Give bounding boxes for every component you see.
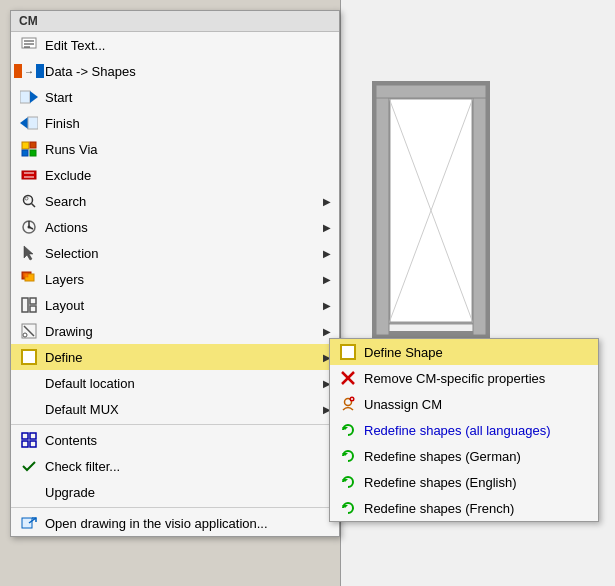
defmux-icon — [19, 399, 39, 419]
svg-marker-29 — [24, 246, 33, 260]
svg-line-23 — [32, 204, 36, 208]
svg-rect-14 — [28, 117, 38, 129]
finish-label: Finish — [45, 116, 331, 131]
svg-rect-32 — [23, 273, 28, 277]
svg-rect-17 — [22, 150, 28, 156]
svg-rect-4 — [376, 85, 389, 335]
remove-props-label: Remove CM-specific properties — [364, 371, 590, 386]
menu-item-start[interactable]: Start — [11, 84, 339, 110]
submenu-item-define-shape[interactable]: Define Shape — [330, 339, 598, 365]
menu-item-finish[interactable]: Finish — [11, 110, 339, 136]
actions-icon — [19, 217, 39, 237]
menu-item-drawing[interactable]: Drawing ▶ — [11, 318, 339, 344]
menu-item-default-mux[interactable]: Default MUX ▶ — [11, 396, 339, 422]
drawing-arrow: ▶ — [323, 326, 331, 337]
svg-point-24 — [25, 197, 28, 200]
svg-rect-6 — [376, 85, 486, 98]
contents-label: Contents — [45, 433, 331, 448]
separator-1 — [11, 424, 339, 425]
data-shapes-icon: → — [19, 61, 39, 81]
menu-item-data-shapes[interactable]: → Data -> Shapes — [11, 58, 339, 84]
define-submenu: Define Shape Remove CM-specific properti… — [329, 338, 599, 522]
exclude-icon — [19, 165, 39, 185]
finish-icon — [19, 113, 39, 133]
opendrawing-icon — [19, 513, 39, 533]
menu-item-search[interactable]: Search ▶ — [11, 188, 339, 214]
menu-item-default-location[interactable]: Default location ▶ — [11, 370, 339, 396]
menu-item-check-filter[interactable]: Check filter... — [11, 453, 339, 479]
menu-item-actions[interactable]: Actions ▶ — [11, 214, 339, 240]
svg-rect-18 — [30, 150, 36, 156]
submenu-item-redefine-german[interactable]: Redefine shapes (German) — [330, 443, 598, 469]
default-mux-label: Default MUX — [45, 402, 323, 417]
redefine-english-label: Redefine shapes (English) — [364, 475, 590, 490]
runs-via-icon — [19, 139, 39, 159]
svg-point-28 — [28, 226, 31, 229]
menu-item-contents[interactable]: Contents — [11, 427, 339, 453]
menu-item-define[interactable]: Define ▶ — [11, 344, 339, 370]
check-filter-label: Check filter... — [45, 459, 331, 474]
svg-rect-15 — [22, 142, 29, 149]
start-icon — [19, 87, 39, 107]
separator-2 — [11, 507, 339, 508]
redefine-german-icon — [338, 446, 358, 466]
svg-rect-39 — [22, 350, 36, 364]
actions-label: Actions — [45, 220, 323, 235]
exclude-label: Exclude — [45, 168, 331, 183]
svg-rect-11 — [20, 91, 30, 103]
actions-arrow: ▶ — [323, 222, 331, 233]
redefine-german-label: Redefine shapes (German) — [364, 449, 590, 464]
svg-rect-42 — [22, 441, 28, 447]
layers-label: Layers — [45, 272, 323, 287]
menu-header: CM — [11, 11, 339, 32]
submenu-item-redefine-french[interactable]: Redefine shapes (French) — [330, 495, 598, 521]
svg-rect-44 — [22, 518, 32, 528]
layout-icon — [19, 295, 39, 315]
menu-item-exclude[interactable]: Exclude — [11, 162, 339, 188]
submenu-item-redefine-english[interactable]: Redefine shapes (English) — [330, 469, 598, 495]
svg-rect-33 — [22, 298, 28, 312]
upgrade-icon — [19, 482, 39, 502]
menu-item-edit-text[interactable]: Edit Text... — [11, 32, 339, 58]
svg-point-38 — [23, 333, 27, 337]
menu-item-open-drawing[interactable]: Open drawing in the visio application... — [11, 510, 339, 536]
selection-icon — [19, 243, 39, 263]
remove-props-icon — [338, 368, 358, 388]
svg-rect-34 — [30, 298, 36, 304]
layout-arrow: ▶ — [323, 300, 331, 311]
svg-marker-12 — [30, 91, 38, 103]
submenu-item-redefine-all[interactable]: Redefine shapes (all languages) — [330, 417, 598, 443]
menu-item-layout[interactable]: Layout ▶ — [11, 292, 339, 318]
svg-rect-5 — [473, 85, 486, 335]
redefine-all-label: Redefine shapes (all languages) — [364, 423, 590, 438]
redefine-french-icon — [338, 498, 358, 518]
unassign-cm-icon — [338, 394, 358, 414]
svg-rect-19 — [22, 171, 36, 179]
start-label: Start — [45, 90, 331, 105]
menu-item-layers[interactable]: Layers ▶ — [11, 266, 339, 292]
search-label: Search — [45, 194, 323, 209]
drawing-label: Drawing — [45, 324, 323, 339]
define-shape-icon — [338, 342, 358, 362]
runs-via-label: Runs Via — [45, 142, 331, 157]
define-icon — [19, 347, 39, 367]
defloc-icon — [19, 373, 39, 393]
submenu-item-remove-props[interactable]: Remove CM-specific properties — [330, 365, 598, 391]
layout-label: Layout — [45, 298, 323, 313]
search-icon — [19, 191, 39, 211]
svg-rect-41 — [30, 433, 36, 439]
open-drawing-label: Open drawing in the visio application... — [45, 516, 331, 531]
menu-item-runs-via[interactable]: Runs Via — [11, 136, 339, 162]
submenu-item-unassign-cm[interactable]: Unassign CM — [330, 391, 598, 417]
define-shape-label: Define Shape — [364, 345, 590, 360]
redefine-french-label: Redefine shapes (French) — [364, 501, 590, 516]
svg-rect-43 — [30, 441, 36, 447]
selection-label: Selection — [45, 246, 323, 261]
svg-rect-46 — [341, 345, 355, 359]
define-label: Define — [45, 350, 323, 365]
svg-rect-35 — [30, 306, 36, 312]
menu-item-upgrade[interactable]: Upgrade — [11, 479, 339, 505]
context-menu: CM Edit Text... → Data -> Shapes Start — [10, 10, 340, 537]
menu-item-selection[interactable]: Selection ▶ — [11, 240, 339, 266]
edit-text-icon — [19, 35, 39, 55]
